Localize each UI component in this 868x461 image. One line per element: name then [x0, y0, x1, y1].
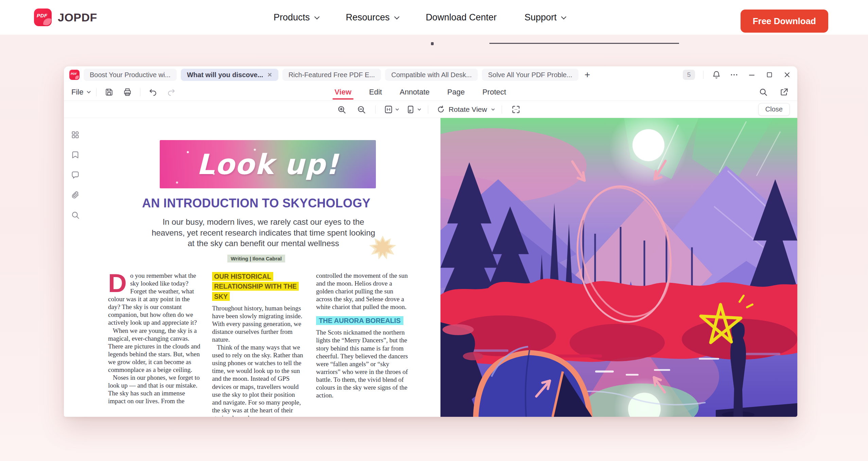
nav-item-products[interactable]: Products [274, 12, 318, 23]
app-tab-bar: PDF Boost Your Productive wi... What wil… [64, 66, 797, 83]
tab-close-icon[interactable]: ✕ [267, 71, 272, 79]
page: PDF JOPDF Products Resources Download Ce… [0, 0, 868, 461]
logo-pdf-text: PDF [37, 13, 48, 18]
tab-edit[interactable]: Edit [369, 83, 382, 101]
maximize-icon[interactable] [765, 70, 774, 80]
article-column-3: controlled the movement of the sun and t… [316, 272, 409, 417]
nav-label: Products [274, 12, 310, 23]
paragraph: controlled the movement of the sun and t… [316, 272, 409, 311]
article-columns: Do you remember what the sky looked like… [108, 272, 418, 417]
divider [703, 71, 704, 79]
doc-tab-2-active[interactable]: What will you discove... ✕ [181, 69, 278, 81]
save-icon[interactable] [103, 86, 115, 98]
divider [140, 88, 140, 96]
nav-label: Support [524, 12, 557, 23]
tab-view[interactable]: View [334, 83, 351, 101]
article-column-1: Do you remember what the sky looked like… [108, 272, 201, 417]
nav-label: Download Center [426, 12, 497, 23]
article-headline: AN INTRODUCTION TO SKYCHOLOGY [86, 196, 426, 210]
chevron-down-icon [314, 14, 319, 19]
more-options-icon[interactable] [729, 70, 739, 80]
tab-label: Compatible with All Desk... [391, 71, 472, 79]
jopdf-logo-icon: PDF [34, 8, 52, 26]
chevron-down-icon [396, 107, 399, 110]
page-layout-dropdown[interactable] [406, 105, 420, 114]
nav-item-resources[interactable]: Resources [346, 12, 398, 23]
close-view-button[interactable]: Close [758, 103, 790, 116]
divider [96, 88, 97, 96]
bookmarks-icon[interactable] [70, 150, 80, 160]
zoom-in-icon[interactable] [336, 104, 347, 115]
chevron-down-icon [491, 107, 495, 110]
dropcap: D [108, 272, 130, 293]
doc-tab-1[interactable]: Boost Your Productive wi... [84, 69, 177, 81]
zoom-out-icon[interactable] [355, 104, 367, 115]
highlighted-heading-yellow: OUR HISTORICAL RELATIONSHIP WITH THE SKY [212, 272, 299, 301]
divider [375, 105, 376, 114]
menu-bar: File [64, 83, 797, 101]
doc-tab-4[interactable]: Compatible with All Desk... [385, 69, 478, 81]
paragraph: Noses in our phones, we forget to look u… [108, 374, 201, 405]
magazine-page: Look up! AN INTRODUCTION TO SKYCHOLOGY I… [86, 118, 440, 417]
tab-label: What will you discove... [187, 71, 263, 79]
redo-icon[interactable] [166, 86, 177, 98]
page-thumbnails-icon[interactable] [70, 130, 80, 140]
chevron-down-icon [394, 14, 399, 19]
tab-protect[interactable]: Protect [482, 83, 506, 101]
main-nav: Products Resources Download Center Suppo… [274, 0, 565, 35]
share-export-icon[interactable] [778, 86, 790, 98]
nav-item-download-center[interactable]: Download Center [426, 12, 497, 23]
article-column-2: OUR HISTORICAL RELATIONSHIP WITH THE SKY… [212, 272, 305, 417]
minimize-icon[interactable] [747, 70, 757, 80]
comments-icon[interactable] [70, 170, 80, 180]
close-window-icon[interactable] [782, 70, 792, 80]
tab-label: Rich-Featured Free PDF E... [289, 71, 375, 79]
scrolled-heading-remnant-dot [431, 42, 434, 45]
menu-bar-left: File [71, 86, 177, 98]
notification-count-badge[interactable]: 5 [683, 70, 695, 80]
nav-label: Resources [346, 12, 390, 23]
tab-page[interactable]: Page [447, 83, 465, 101]
doc-tab-5[interactable]: Solve All Your PDF Proble... [482, 69, 578, 81]
nav-item-support[interactable]: Support [524, 12, 565, 23]
paragraph: The Scots nicknamed the northern lights … [316, 328, 409, 399]
tab-label: Boost Your Productive wi... [90, 71, 171, 79]
doc-tab-3[interactable]: Rich-Featured Free PDF E... [282, 69, 381, 81]
ribbon-tabs: View Edit Annotate Page Protect [334, 83, 506, 101]
file-menu[interactable]: File [71, 88, 89, 97]
new-tab-button[interactable]: + [585, 70, 590, 80]
search-icon[interactable] [757, 86, 769, 98]
look-up-banner: Look up! [160, 140, 376, 188]
chevron-down-icon [561, 14, 567, 19]
divider [502, 105, 502, 114]
free-download-button[interactable]: Free Download [741, 10, 828, 33]
view-toolbar: Rotate View Close [64, 101, 797, 118]
brand[interactable]: PDF JOPDF [34, 0, 97, 35]
chevron-down-icon [87, 89, 91, 93]
attachments-icon[interactable] [70, 190, 80, 200]
print-icon[interactable] [122, 86, 133, 98]
zoom-ratio-dropdown[interactable] [384, 105, 398, 114]
tab-annotate[interactable]: Annotate [400, 83, 430, 101]
search-document-icon[interactable] [70, 210, 80, 220]
chevron-down-icon [418, 107, 421, 110]
paragraph: When we are young, the sky is a magical,… [108, 327, 201, 374]
menu-bar-right [757, 86, 790, 98]
highlighted-heading-cyan: THE AURORA BOREALIS [316, 316, 403, 325]
fullscreen-icon[interactable] [510, 104, 522, 115]
byline-text: Writing | Ilona Cabral [227, 255, 285, 262]
undo-icon[interactable] [147, 86, 159, 98]
bell-icon[interactable] [712, 70, 721, 80]
scrolled-heading-remnant [489, 43, 679, 44]
file-menu-label: File [71, 88, 83, 97]
rotate-view-dropdown[interactable]: Rotate View [436, 105, 493, 114]
autumn-leaf-graphic [367, 234, 398, 262]
tabbar-right-controls: 5 [683, 70, 792, 80]
paragraph: Throughout history, human beings have be… [212, 304, 305, 343]
app-pdf-logo-icon: PDF [69, 70, 80, 80]
sidebar-rail [64, 118, 86, 417]
pdf-app-window: PDF Boost Your Productive wi... What wil… [64, 66, 797, 417]
tab-label: Solve All Your PDF Proble... [488, 71, 572, 79]
hero-section: PDF Boost Your Productive wi... What wil… [0, 35, 868, 461]
illustration-panel [440, 118, 797, 417]
